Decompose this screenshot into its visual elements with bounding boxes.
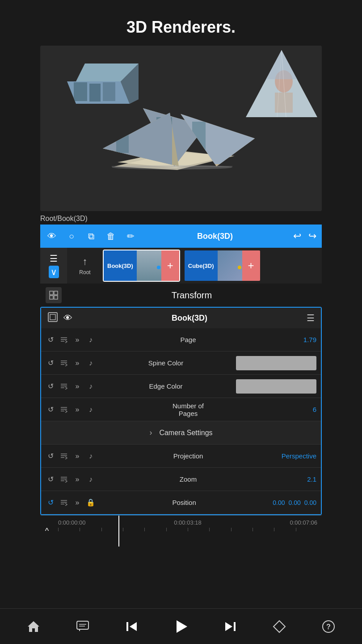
book3d-add-button[interactable]: + [161, 250, 179, 281]
reset-icon-position[interactable]: ↺ [46, 498, 55, 508]
reset-icon-spine[interactable]: ↺ [46, 358, 55, 368]
transform-icon[interactable] [46, 287, 62, 303]
panel-header: 👁 Book(3D) ☰ [41, 308, 321, 328]
tick-3 [101, 528, 123, 531]
camera-settings-header[interactable]: › Camera Settings [41, 421, 321, 445]
pencil-icon[interactable]: ✏ [124, 230, 137, 242]
keyframe-icon-zoom[interactable] [59, 475, 69, 484]
music-icon-projection[interactable]: ♪ [86, 451, 96, 461]
undo-button[interactable]: ↩ [293, 230, 301, 242]
keyframe-icon-edge[interactable] [59, 381, 69, 391]
property-value-projection[interactable]: Perspective [281, 452, 316, 460]
double-arrow-icon-page[interactable]: » [72, 335, 82, 345]
pos-y-value[interactable]: 0.00 [289, 499, 301, 506]
double-arrow-icon-edge[interactable]: » [72, 381, 82, 391]
property-value-numpages[interactable]: 6 [281, 406, 316, 413]
root-upload-button[interactable]: ↑ Root [67, 250, 103, 282]
svg-marker-51 [225, 622, 232, 631]
tick-10 [253, 528, 274, 531]
collapse-button[interactable]: ^ [40, 516, 54, 547]
svg-rect-50 [234, 622, 236, 631]
svg-rect-7 [89, 84, 101, 102]
diamond-button[interactable] [267, 614, 292, 639]
toolbar: 👁 ○ ⧉ 🗑 ✏ Book(3D) ↩ ↪ [40, 225, 322, 248]
keyframe-icon-numpages[interactable] [59, 405, 69, 415]
double-arrow-icon-numpages[interactable]: » [72, 405, 82, 415]
reset-icon-zoom[interactable]: ↺ [46, 475, 55, 484]
property-value-page[interactable]: 1.79 [281, 336, 316, 343]
property-value-zoom[interactable]: 2.1 [281, 475, 316, 483]
reset-icon-numpages[interactable]: ↺ [46, 405, 55, 415]
timeline-item-book3d[interactable]: Book(3D) + [103, 250, 180, 282]
svg-marker-52 [274, 621, 285, 632]
keyframe-icon-position[interactable] [59, 498, 69, 508]
panel-menu-icon[interactable]: ☰ [307, 313, 315, 323]
layers-icon[interactable]: ☰ [50, 253, 58, 264]
svg-rect-41 [48, 313, 57, 322]
next-button[interactable] [218, 614, 243, 639]
redo-button[interactable]: ↪ [308, 230, 316, 242]
delete-icon[interactable]: 🗑 [105, 230, 117, 242]
home-button[interactable] [21, 614, 46, 639]
property-row-num-pages: ↺ » ♪ Number of Pages 6 [41, 398, 321, 421]
bottom-timeline: ^ 0:00:00:00 0:00:03:18 0:00:07:06 [40, 515, 322, 547]
panel-frame-icon[interactable] [47, 312, 58, 325]
timeline-item-cube3d[interactable]: Cube(3D) + [184, 250, 261, 282]
preview-canvas [40, 46, 322, 211]
tick-6 [166, 528, 188, 531]
prev-button[interactable] [119, 614, 144, 639]
panel-title: Book(3D) [78, 314, 301, 323]
music-icon-edge[interactable]: ♪ [86, 381, 96, 391]
cube3d-label: Cube(3D) [185, 250, 218, 281]
timeline-playhead[interactable] [118, 516, 119, 547]
svg-rect-44 [77, 621, 88, 629]
property-name-projection: Projection [99, 452, 277, 460]
help-button[interactable]: ? [316, 614, 341, 639]
cube3d-add-button[interactable]: + [242, 250, 260, 281]
property-row-spine-color: ↺ » ♪ Spine Color [41, 352, 321, 375]
music-icon-zoom[interactable]: ♪ [86, 475, 96, 484]
svg-rect-6 [74, 82, 87, 101]
tick-5 [144, 528, 166, 531]
svg-rect-47 [126, 622, 128, 631]
spine-color-swatch[interactable] [236, 356, 316, 370]
timeline-left-controls: ☰ ∨ [40, 248, 67, 284]
reset-icon-page[interactable]: ↺ [46, 335, 55, 345]
music-icon-page[interactable]: ♪ [86, 335, 96, 345]
double-arrow-icon-spine[interactable]: » [72, 358, 82, 368]
double-arrow-icon-projection[interactable]: » [72, 451, 82, 461]
reset-icon-projection[interactable]: ↺ [46, 451, 55, 461]
expand-icon[interactable]: ∨ [49, 266, 59, 278]
timeline-track: 0:00:00:00 0:00:03:18 0:00:07:06 [54, 516, 322, 547]
position-values: 0.00 0.00 0.00 [273, 499, 316, 506]
reset-icon-edge[interactable]: ↺ [46, 381, 55, 391]
page-title: 3D Renderers. [0, 0, 362, 46]
lock-icon-position[interactable]: 🔒 [86, 498, 96, 508]
double-arrow-icon-position[interactable]: » [72, 498, 82, 508]
keyframe-icon-spine[interactable] [59, 358, 69, 368]
copy-icon[interactable]: ⧉ [85, 230, 97, 242]
property-row-zoom: ↺ » ♪ Zoom 2.1 [41, 468, 321, 491]
svg-text:?: ? [326, 623, 331, 631]
double-arrow-icon-zoom[interactable]: » [72, 475, 82, 484]
music-icon-spine[interactable]: ♪ [86, 358, 96, 368]
eye-toggle-icon[interactable]: 👁 [46, 230, 58, 242]
pos-z-value[interactable]: 0.00 [304, 499, 316, 506]
edge-color-swatch[interactable] [236, 379, 316, 394]
property-row-page: ↺ » ♪ Page 1.79 [41, 328, 321, 352]
keyframe-icon-page[interactable] [59, 335, 69, 345]
pos-x-value[interactable]: 0.00 [273, 499, 285, 506]
svg-rect-37 [50, 291, 53, 295]
svg-rect-8 [103, 82, 115, 101]
circle-icon[interactable]: ○ [65, 230, 78, 242]
panel-eye-icon[interactable]: 👁 [63, 313, 72, 323]
music-icon-numpages[interactable]: ♪ [86, 405, 96, 415]
svg-rect-39 [50, 296, 53, 299]
bottom-nav: ? [0, 608, 362, 644]
keyframe-icon-projection[interactable] [59, 451, 69, 461]
play-button[interactable] [168, 614, 194, 639]
comment-button[interactable] [70, 614, 95, 639]
svg-point-28 [112, 165, 232, 169]
tick-4 [123, 528, 144, 531]
property-row-position: ↺ » 🔒 Position 0.00 0.00 0.00 [41, 491, 321, 514]
